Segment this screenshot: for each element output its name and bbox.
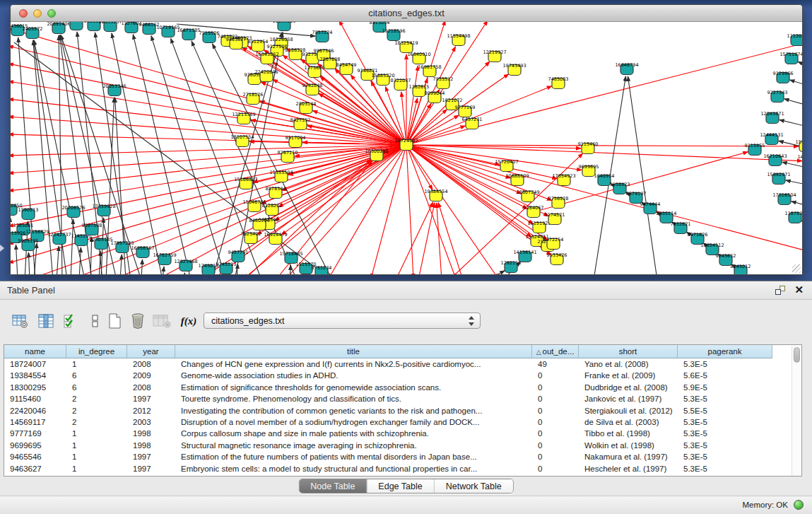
cell-pagerank[interactable]: 5.3E-5 [678,393,772,404]
graph-node-18325419[interactable]: 18325419 [394,40,418,53]
network-window[interactable]: citations_edges.txt 18724007243601524055… [10,4,803,275]
cell-name[interactable]: 9463627 [4,463,66,474]
graph-node-9517004[interactable]: 9517004 [286,135,306,148]
cell-name[interactable]: 19384554 [4,370,66,381]
graph-node-9129966[interactable]: 9129966 [773,71,794,83]
table-row[interactable]: 1938455462009Genome-wide association stu… [4,370,792,381]
citation-graph[interactable]: 1872400724360152405572206914062649714100… [11,22,802,274]
scrollbar-thumb[interactable] [794,347,800,363]
node-attribute-table[interactable]: namein_degreeyeartitle△out_de...shortpag… [4,344,802,477]
graph-node-16782759[interactable]: 16782759 [153,252,176,265]
cell-year[interactable]: 2008 [127,358,175,370]
cell-year[interactable]: 2003 [127,416,175,428]
table-row[interactable]: 977716911998Corpus callosum shape and si… [4,428,792,439]
cell-in_degree[interactable]: 1 [66,451,127,462]
graph-node-9457791[interactable]: 9457791 [228,250,249,262]
table-row[interactable]: 946362711997Embryonic stem cells: a mode… [4,463,792,474]
graph-node-17016504[interactable]: 17016504 [772,192,796,205]
column-header-short[interactable]: short [579,345,678,358]
cell-title[interactable]: Estimation of significance thresholds fo… [175,382,532,393]
select-all-columns-button[interactable] [61,310,82,332]
window-resize-grip[interactable] [792,264,801,273]
cell-short[interactable]: Yano et al. (2008) [579,358,678,370]
cell-out_de[interactable]: 0 [532,416,579,428]
cell-short[interactable]: Franke et al. (2009) [579,370,678,381]
graph-node-7515526[interactable]: 7515526 [199,30,220,43]
graph-node-1292150[interactable]: 1292150 [501,260,522,273]
network-window-titlebar[interactable]: citations_edges.txt [11,5,802,22]
cell-short[interactable]: Hescheler et al. (1997) [579,463,678,474]
graph-node-10653257[interactable]: 10653257 [98,22,122,32]
cell-title[interactable]: Embryonic stem cells: a model to study s… [175,463,532,474]
table-row[interactable]: 946554611997Estimation of the future num… [4,451,792,462]
graph-node-8756928[interactable]: 8756928 [548,196,569,209]
cell-in_degree[interactable]: 6 [66,382,127,393]
graph-node-14569117[interactable]: 14569117 [797,154,802,167]
cell-in_degree[interactable]: 6 [66,370,127,381]
graph-node-5905135[interactable]: 5905135 [18,238,39,251]
cell-pagerank[interactable]: 5.5E-5 [678,405,772,416]
cell-out_de[interactable]: 0 [532,370,579,381]
cell-title[interactable]: Disruption of a novel member of a sodium… [175,416,532,428]
delete-table-button[interactable] [127,310,148,332]
cell-title[interactable]: Corpus callosum shape and size in male p… [175,428,532,439]
cell-pagerank[interactable]: 5.3E-5 [678,451,772,462]
table-row[interactable]: 2242004622012Investigating the contribut… [4,405,792,416]
table-row[interactable]: 1456911722003Disruption of a novel membe… [4,416,792,428]
graph-node-7955512[interactable]: 7955512 [433,76,454,89]
cell-year[interactable]: 2009 [127,370,175,381]
cell-in_degree[interactable]: 1 [66,463,127,474]
table-row[interactable]: 1830029562008Estimation of significance … [4,382,792,393]
cell-short[interactable]: Wolkin et al. (1998) [579,440,678,451]
cell-pagerank[interactable]: 5.3E-5 [678,428,772,439]
graph-node-12142737[interactable]: 12142737 [47,232,71,245]
tab-edge-table[interactable]: Edge Table [367,479,434,493]
graph-node-20691406[interactable]: 20691406 [47,22,70,34]
graph-node-15353594[interactable]: 15353594 [269,170,293,182]
cell-pagerank[interactable]: 5.3E-5 [678,358,772,370]
graph-node-16671385[interactable]: 16671385 [177,28,200,40]
graph-node-8245012[interactable]: 8245012 [731,264,751,274]
cell-name[interactable]: 18300295 [4,382,66,393]
cell-name[interactable]: 9465546 [4,451,66,462]
graph-node-11554498[interactable]: 11554498 [447,33,470,46]
column-header-name[interactable]: name [4,345,66,358]
graph-node-12093871[interactable]: 12093871 [760,111,784,124]
cell-out_de[interactable]: 0 [532,440,579,451]
graph-node-9533426[interactable]: 9533426 [547,252,567,265]
cell-pagerank[interactable]: 5.3E-5 [678,440,772,451]
cell-in_degree[interactable]: 2 [66,405,127,416]
cell-in_degree[interactable]: 2 [66,393,127,404]
column-header-title[interactable]: title [175,345,532,358]
graph-node-19743493[interactable]: 19743493 [502,63,526,76]
graph-node-19218596[interactable]: 19218596 [382,28,405,41]
cell-out_de[interactable]: 0 [532,451,579,462]
cell-pagerank[interactable]: 5.9E-5 [678,382,772,393]
cell-year[interactable]: 1998 [127,440,175,451]
cell-title[interactable]: Changes of HCN gene expression and I(f) … [175,358,532,370]
cell-out_de[interactable]: 0 [532,382,579,393]
table-vertical-scrollbar[interactable] [792,346,801,476]
table-settings-button[interactable] [10,310,31,332]
graph-node-15692971[interactable]: 15692971 [767,172,790,185]
cell-name[interactable]: 9777169 [4,428,66,439]
table-row[interactable]: 1872400712008Changes of HCN gene express… [4,358,792,370]
cell-year[interactable]: 1998 [127,428,175,439]
graph-node-9184067[interactable]: 9184067 [524,205,544,218]
cell-name[interactable]: 14569117 [4,416,66,428]
cell-out_de[interactable]: 0 [532,405,579,416]
cell-year[interactable]: 2012 [127,405,175,416]
cell-out_de[interactable]: 0 [532,428,579,439]
tab-node-table[interactable]: Node Table [299,479,367,493]
graph-node-2405572[interactable]: 2405572 [23,26,43,39]
graph-node-2803144[interactable]: 2803144 [296,101,317,114]
cell-in_degree[interactable]: 1 [66,358,127,370]
cell-pagerank[interactable]: 5.3E-5 [678,463,772,474]
table-selector-dropdown[interactable]: citations_edges.txt [204,313,481,329]
cell-out_de[interactable]: 0 [532,393,579,404]
graph-node-8427552[interactable]: 8427552 [290,117,311,130]
cell-name[interactable]: 9115460 [4,393,66,404]
cell-out_de[interactable]: 49 [532,358,579,370]
cell-out_de[interactable]: 0 [532,463,579,474]
column-header-pagerank[interactable]: pagerank [678,345,772,358]
